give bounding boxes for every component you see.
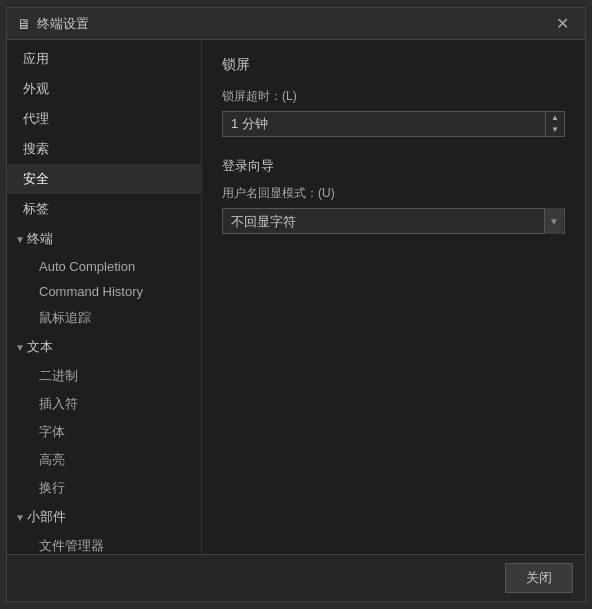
sidebar-item-security[interactable]: 安全 (7, 164, 201, 194)
section-title-login-guide: 登录向导 (222, 157, 565, 175)
sidebar-child-command-history[interactable]: Command History (7, 279, 201, 304)
sidebar-item-app[interactable]: 应用 (7, 44, 201, 74)
sidebar-child-label-cursor: 插入符 (39, 396, 78, 411)
spinner-value: 1 分钟 (223, 112, 545, 136)
sidebar-item-proxy[interactable]: 代理 (7, 104, 201, 134)
sidebar-child-label-mouse-tracking: 鼠标追踪 (39, 310, 91, 325)
sidebar-label-proxy: 代理 (23, 110, 49, 128)
dialog-window: 🖥 终端设置 ✕ 应用 外观 代理 搜索 安全 标签 (6, 7, 586, 602)
triangle-icon-text: ▼ (15, 342, 25, 353)
sidebar-label-tags: 标签 (23, 200, 49, 218)
triangle-icon-terminal: ▼ (15, 234, 25, 245)
sidebar-child-newline[interactable]: 换行 (7, 474, 201, 502)
sidebar-child-label-auto-completion: Auto Completion (39, 259, 135, 274)
sidebar-child-label-font: 字体 (39, 424, 65, 439)
sidebar-label-search: 搜索 (23, 140, 49, 158)
username-echo-label: 用户名回显模式：(U) (222, 185, 565, 202)
sidebar-child-label-highlight: 高亮 (39, 452, 65, 467)
lock-timeout-spinner: 1 分钟 ▲ ▼ (222, 111, 565, 137)
sidebar-label-text: 文本 (27, 338, 53, 356)
window-close-button[interactable]: ✕ (550, 14, 575, 34)
title-bar: 🖥 终端设置 ✕ (7, 8, 585, 40)
sidebar: 应用 外观 代理 搜索 安全 标签 ▼ 终端 Auto Co (7, 40, 202, 554)
sidebar-label-security: 安全 (23, 170, 49, 188)
username-echo-select[interactable]: 不回显字符 回显* 回显输入 (222, 208, 565, 234)
dialog-body: 应用 外观 代理 搜索 安全 标签 ▼ 终端 Auto Co (7, 40, 585, 554)
dialog-footer: 关闭 (7, 554, 585, 601)
sidebar-label-appearance: 外观 (23, 80, 49, 98)
sidebar-label-widgets: 小部件 (27, 508, 66, 526)
spinner-buttons: ▲ ▼ (545, 112, 564, 135)
app-icon: 🖥 (17, 16, 31, 32)
sidebar-item-search[interactable]: 搜索 (7, 134, 201, 164)
sidebar-group-terminal[interactable]: ▼ 终端 (7, 224, 201, 254)
sidebar-child-cursor[interactable]: 插入符 (7, 390, 201, 418)
section-title-lockscreen: 锁屏 (222, 56, 565, 74)
sidebar-child-auto-completion[interactable]: Auto Completion (7, 254, 201, 279)
username-echo-group: 用户名回显模式：(U) 不回显字符 回显* 回显输入 ▼ (222, 185, 565, 234)
sidebar-item-tags[interactable]: 标签 (7, 194, 201, 224)
sidebar-child-label-newline: 换行 (39, 480, 65, 495)
close-action-button[interactable]: 关闭 (505, 563, 573, 593)
sidebar-child-file-manager[interactable]: 文件管理器 (7, 532, 201, 554)
sidebar-label-terminal: 终端 (27, 230, 53, 248)
sidebar-label-app: 应用 (23, 50, 49, 68)
sidebar-child-highlight[interactable]: 高亮 (7, 446, 201, 474)
dialog-title: 终端设置 (37, 15, 89, 33)
sidebar-group-widgets[interactable]: ▼ 小部件 (7, 502, 201, 532)
sidebar-child-font[interactable]: 字体 (7, 418, 201, 446)
lock-timeout-label: 锁屏超时：(L) (222, 88, 565, 105)
triangle-icon-widgets: ▼ (15, 512, 25, 523)
sidebar-child-label-binary: 二进制 (39, 368, 78, 383)
content-area: 锁屏 锁屏超时：(L) 1 分钟 ▲ ▼ 登录向导 用户名回显模式：(U) 不回… (202, 40, 585, 554)
sidebar-item-appearance[interactable]: 外观 (7, 74, 201, 104)
spinner-up-button[interactable]: ▲ (546, 112, 564, 124)
spinner-down-button[interactable]: ▼ (546, 124, 564, 136)
sidebar-child-label-file-manager: 文件管理器 (39, 538, 104, 553)
sidebar-child-mouse-tracking[interactable]: 鼠标追踪 (7, 304, 201, 332)
sidebar-child-label-command-history: Command History (39, 284, 143, 299)
sidebar-group-text[interactable]: ▼ 文本 (7, 332, 201, 362)
sidebar-child-binary[interactable]: 二进制 (7, 362, 201, 390)
lock-timeout-group: 锁屏超时：(L) 1 分钟 ▲ ▼ (222, 88, 565, 137)
title-bar-left: 🖥 终端设置 (17, 15, 89, 33)
username-echo-select-wrapper: 不回显字符 回显* 回显输入 ▼ (222, 208, 565, 234)
